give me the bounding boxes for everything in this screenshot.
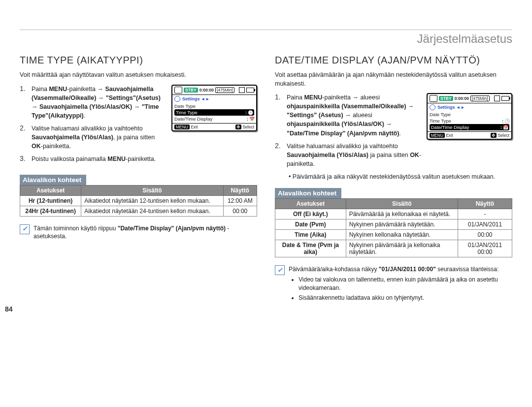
camera-icon [174,87,182,94]
camera-icon [430,95,437,102]
calendar-icon: 📅 [249,117,255,122]
step-2-text: Valitse haluamasi alivalikko ja vaihtoeh… [32,124,166,151]
lcd-timer: 0:00:00 [455,96,469,101]
th-content: Sisältö [346,199,458,209]
th-settings: Asetukset [20,185,81,195]
lcd-row-datetime-display: Date/Time Display [174,116,212,122]
lcd-select-label: Select [498,133,509,138]
lcd-row-time-type: Time Type [430,118,451,124]
step-1-text: Paina MENU-painiketta → Sauvaohjaimella … [32,85,166,121]
options-table-right: Asetukset Sisältö Näyttö Off (Ei käyt.) … [275,198,512,257]
clock-icon: 🕒 [248,110,253,115]
left-column: TIME TYPE (AIKATYYPPI) Voit määrittää aj… [20,55,257,303]
chevron-left-icon: ◂ [202,96,204,101]
lcd-select-label: Select [242,125,254,129]
lcd-exit-label: Exit [446,133,453,138]
table-row: Date (Pvm) Nykyinen päivämäärä näytetään… [275,219,512,230]
lcd-preview-right: STBY 0:00:00 [475Min] Settings ◂ ▸ [427,93,512,140]
battery-icon [501,96,509,101]
lcd-row-date-type: Date Type [174,103,196,109]
chevron-right-icon: ▸ [206,96,209,101]
step-number-3: 3. [20,155,27,162]
lcd-row-datetime-display: Date/Time Display [431,125,469,130]
th-content: Sisältö [81,185,223,195]
gear-icon [430,104,435,110]
table-row: Off (Ei käyt.) Päivämäärää ja kellonaika… [275,209,512,219]
note-right: Päivämäärä/aika-kohdassa näkyy "01/JAN/2… [289,265,512,303]
step-number-1: 1. [20,85,27,93]
table-row: Time (Aika) Nykyinen kellonaika näytetää… [275,230,512,240]
gear-icon [174,96,180,102]
th-display: Näyttö [458,199,512,209]
lcd-menu-pill: MENU [174,125,190,129]
options-table-left: Asetukset Sisältö Näyttö Hr (12-tuntinen… [20,185,257,217]
table-row: Date & Time (Pvm ja aika) Nykyinen päivä… [275,240,512,257]
calendar-icon: 📅 [503,125,508,130]
info-icon: ✓ [20,224,30,234]
chevron-right-icon: ▸ [462,105,464,110]
lcd-timer: 0:00:00 [200,88,214,93]
lcd-settings-label: Settings [437,105,455,110]
sub-heading-left: Alavalikon kohteet [20,175,86,185]
step-2-text: Valitse haluamasi alivalikko ja vaihtoeh… [287,142,422,168]
step-number-2: 2. [275,142,282,150]
step-number-1: 1. [275,93,282,101]
battery-icon [246,88,254,93]
lcd-remaining: [475Min] [470,95,490,101]
note-li-2: Sisäänrakennettu ladattava akku on tyhje… [299,294,512,302]
clock-icon: 🕒 [504,119,510,124]
lcd-menu-pill: MENU [430,133,445,138]
stby-badge: STBY [439,96,453,101]
step-2-bullet: • Päivämäärä ja aika näkyvät nestekidenä… [275,172,512,181]
page-category: Järjestelmäasetus [20,32,512,46]
sd-icon [494,95,500,101]
table-row: Hr (12-tuntinen) Aikatiedot näytetään 12… [20,195,257,206]
lcd-preview-left: STBY 0:00:00 [475Min] Settings ◂ ▸ [171,85,257,131]
th-settings: Asetukset [275,199,346,209]
page-number: 84 [5,305,13,313]
heading-datetime-display: DATE/TIME DISPLAY (AJAN/PVM NÄYTTÖ) [275,55,512,66]
sub-heading-right: Alavalikon kohteet [275,188,341,198]
table-row: 24Hr (24-tuntinen) Aikatiedot näytetään … [20,206,257,216]
lead-time-type: Voit määrittää ajan näyttötavan valitun … [20,71,257,80]
lead-datetime-display: Voit asettaa päivämäärän ja ajan näkymää… [275,71,512,88]
info-icon: ✓ [275,265,285,275]
lcd-row-date-type: Date Type [430,112,451,117]
chevron-left-icon: ◂ [457,105,460,110]
stby-badge: STBY [184,88,198,93]
joystick-icon: ✥ [235,125,241,129]
right-column: DATE/TIME DISPLAY (AJAN/PVM NÄYTTÖ) Voit… [275,55,512,303]
step-3-text: Poistu valikosta painamalla MENU-painike… [32,155,156,163]
th-display: Näyttö [223,185,257,195]
step-1-text: Paina MENU-painiketta → alueesi ohjauspa… [287,93,422,138]
note-li-1: Video tai valokuva on tallennettu, ennen… [299,276,512,292]
joystick-icon: ✥ [491,133,497,138]
step-number-2: 2. [20,124,27,132]
sd-icon [239,87,245,93]
lcd-remaining: [475Min] [215,87,234,93]
lcd-settings-label: Settings [182,96,200,101]
lcd-row-time-type: Time Type [176,110,198,115]
lcd-exit-label: Exit [191,125,198,129]
note-left: Tämän toiminnon käyttö riippuu "Date/Tim… [33,224,257,241]
heading-time-type: TIME TYPE (AIKATYYPPI) [20,55,257,66]
